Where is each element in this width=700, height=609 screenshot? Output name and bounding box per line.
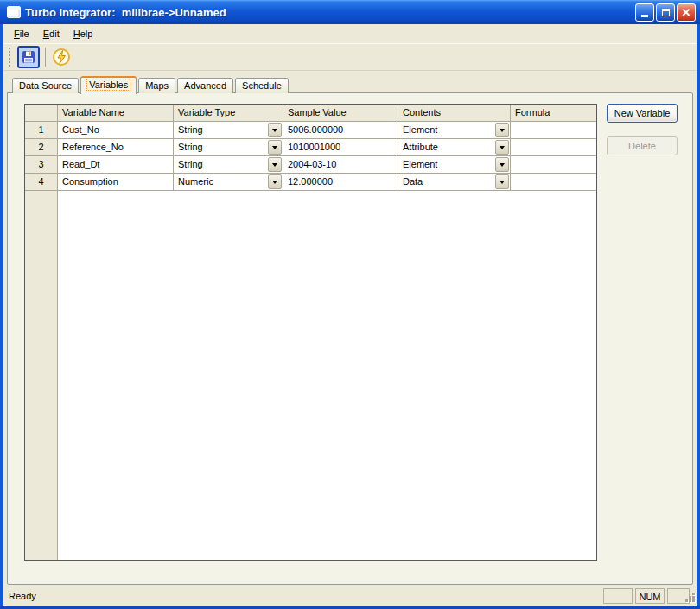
app-window-icon	[7, 6, 21, 18]
resize-grip-icon[interactable]	[684, 593, 696, 604]
status-bar: Ready NUM	[3, 587, 697, 606]
row-number: 3	[25, 156, 58, 174]
tab-variables[interactable]: Variables	[80, 76, 137, 94]
contents-dropdown-button[interactable]	[495, 174, 509, 189]
toolbar-grip[interactable]	[9, 48, 13, 67]
status-text: Ready	[9, 591, 36, 601]
maximize-button[interactable]	[656, 3, 675, 22]
window-title: Turbo Integrator: millbrae->Unnamed	[25, 6, 635, 19]
contents-cell[interactable]: Element	[398, 122, 511, 139]
chevron-down-icon	[500, 163, 505, 167]
variable-name-cell[interactable]: Cust_No	[58, 122, 174, 139]
contents-cell[interactable]: Attribute	[398, 139, 511, 156]
variable-name-cell[interactable]: Reference_No	[58, 139, 174, 156]
table-row: 2 Reference_No String 1010001000 Attribu…	[25, 139, 596, 156]
formula-cell[interactable]	[511, 174, 596, 191]
new-variable-button[interactable]: New Variable	[607, 104, 678, 123]
table-row: 3 Read_Dt String 2004-03-10 Element	[25, 156, 596, 174]
window-border-right	[697, 24, 700, 606]
row-number: 4	[25, 174, 58, 191]
contents-dropdown-button[interactable]	[495, 123, 509, 137]
toolbar	[3, 43, 697, 71]
window-border-bottom	[0, 606, 700, 609]
close-button[interactable]: ✕	[677, 3, 696, 22]
table-row: 1 Cust_No String 5006.000000 Element	[25, 122, 596, 139]
sample-value-cell[interactable]: 12.000000	[283, 174, 398, 191]
variable-type-cell[interactable]: String	[174, 156, 283, 174]
minimize-icon	[641, 15, 648, 17]
status-pane-1	[603, 588, 633, 604]
menu-edit[interactable]: Edit	[36, 26, 67, 41]
row-number-gutter	[25, 191, 58, 560]
chevron-down-icon	[272, 146, 277, 149]
chevron-down-icon	[272, 163, 277, 167]
save-icon	[22, 50, 35, 64]
tab-maps[interactable]: Maps	[138, 78, 175, 93]
chevron-down-icon	[500, 181, 505, 184]
window-border-left	[0, 24, 3, 606]
variable-type-cell[interactable]: String	[174, 139, 283, 156]
row-number: 1	[25, 122, 58, 139]
variable-type-cell[interactable]: String	[174, 122, 283, 139]
variable-type-dropdown-button[interactable]	[268, 140, 282, 155]
contents-cell[interactable]: Data	[398, 174, 511, 191]
tab-advanced[interactable]: Advanced	[177, 78, 233, 93]
minimize-button[interactable]	[635, 3, 654, 22]
maximize-icon	[662, 9, 670, 16]
delete-button[interactable]: Delete	[607, 136, 678, 155]
title-bar: Turbo Integrator: millbrae->Unnamed ✕	[0, 0, 700, 24]
grid-header-row: Variable Name Variable Type Sample Value…	[25, 105, 596, 122]
chevron-down-icon	[500, 146, 505, 149]
header-variable-type: Variable Type	[174, 105, 283, 122]
grid-empty-area	[25, 191, 596, 560]
close-icon: ✕	[682, 7, 691, 18]
sample-value-cell[interactable]: 5006.000000	[283, 122, 398, 139]
run-process-button[interactable]	[51, 47, 72, 67]
sample-value-cell[interactable]: 2004-03-10	[283, 156, 398, 174]
turbo-integrator-window: Turbo Integrator: millbrae->Unnamed ✕ Fi…	[0, 0, 700, 609]
status-pane-num: NUM	[635, 588, 665, 604]
row-number: 2	[25, 139, 58, 156]
menu-help[interactable]: Help	[67, 26, 100, 41]
chevron-down-icon	[500, 129, 505, 132]
chevron-down-icon	[272, 129, 277, 132]
formula-cell[interactable]	[511, 139, 596, 156]
menu-file[interactable]: File	[7, 26, 36, 41]
table-row: 4 Consumption Numeric 12.000000 Data	[25, 174, 596, 191]
variables-grid: Variable Name Variable Type Sample Value…	[24, 104, 597, 561]
variable-type-dropdown-button[interactable]	[268, 123, 282, 137]
contents-dropdown-button[interactable]	[495, 140, 509, 155]
tab-schedule[interactable]: Schedule	[235, 78, 289, 93]
save-button[interactable]	[17, 46, 40, 68]
formula-cell[interactable]	[511, 122, 596, 139]
header-row-number	[25, 105, 58, 122]
header-contents: Contents	[398, 105, 511, 122]
formula-cell[interactable]	[511, 156, 596, 174]
header-variable-name: Variable Name	[58, 105, 174, 122]
run-process-lightning-icon	[52, 48, 71, 67]
chevron-down-icon	[272, 181, 277, 184]
menu-bar: File Edit Help	[3, 24, 697, 43]
contents-cell[interactable]: Element	[398, 156, 511, 174]
variable-name-cell[interactable]: Read_Dt	[58, 156, 174, 174]
contents-dropdown-button[interactable]	[495, 157, 509, 172]
tab-strip: Data Source Variables Maps Advanced Sche…	[12, 75, 290, 93]
variable-type-dropdown-button[interactable]	[268, 174, 282, 189]
variable-name-cell[interactable]: Consumption	[58, 174, 174, 191]
tab-data-source[interactable]: Data Source	[12, 78, 79, 93]
header-formula: Formula	[511, 105, 596, 122]
toolbar-separator	[45, 48, 46, 67]
header-sample-value: Sample Value	[283, 105, 398, 122]
variable-type-dropdown-button[interactable]	[268, 157, 282, 172]
variable-type-cell[interactable]: Numeric	[174, 174, 283, 191]
sample-value-cell[interactable]: 1010001000	[283, 139, 398, 156]
